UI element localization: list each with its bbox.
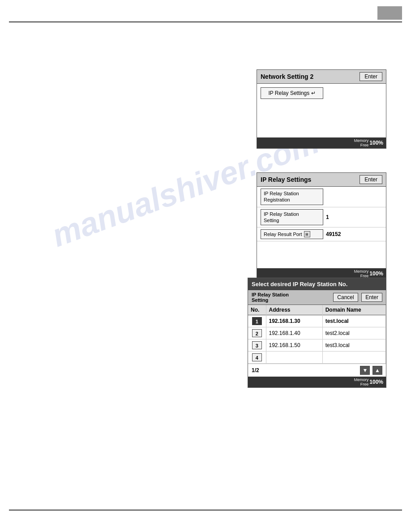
panel1-content: IP Relay Settings ↵ bbox=[257, 84, 386, 137]
panel3-enter-button[interactable]: Enter bbox=[361, 293, 382, 302]
relay-result-port-text: Relay Result Port bbox=[264, 231, 302, 237]
relay-result-port-label: Relay Result Port ⊞ bbox=[261, 229, 323, 239]
station-number: 4 bbox=[252, 353, 262, 361]
table-row[interactable]: 2192.168.1.40test2.local bbox=[248, 327, 386, 339]
panel2-title: IP Relay Settings bbox=[261, 176, 311, 183]
panel3-header: Select desired IP Relay Station No. bbox=[248, 278, 386, 290]
relay-station-registration-label: IP Relay StationRegistration bbox=[261, 189, 323, 205]
panel2-memory-label: MemoryFree bbox=[354, 269, 369, 278]
nav-down-button[interactable]: ▼ bbox=[360, 366, 370, 375]
panel3-subheader: IP Relay StationSetting Cancel Enter bbox=[248, 290, 386, 305]
relay-station-setting-value: 1 bbox=[326, 214, 329, 220]
table-row[interactable]: 4 bbox=[248, 352, 386, 364]
station-no-cell: 2 bbox=[248, 327, 266, 339]
page-indicator: 1/2 bbox=[252, 367, 259, 373]
bottom-rule bbox=[9, 510, 402, 511]
station-table: No. Address Domain Name 1192.168.1.30tes… bbox=[248, 305, 386, 364]
panel2-enter-button[interactable]: Enter bbox=[360, 175, 382, 184]
relay-station-setting-label: IP Relay StationSetting bbox=[261, 209, 323, 226]
panel1-enter-button[interactable]: Enter bbox=[360, 72, 382, 81]
panel2-header: IP Relay Settings Enter bbox=[257, 173, 386, 187]
station-domain: test2.local bbox=[322, 327, 385, 339]
panel1-title: Network Setting 2 bbox=[261, 73, 313, 80]
corner-box bbox=[377, 6, 402, 20]
relay-station-registration-row: IP Relay StationRegistration bbox=[257, 187, 386, 207]
panel3-memory-value: 100% bbox=[369, 379, 383, 385]
panel1-memory-label: MemoryFree bbox=[354, 138, 369, 147]
port-icon: ⊞ bbox=[304, 231, 310, 237]
top-rule bbox=[9, 21, 402, 22]
panel1-memory-value: 100% bbox=[369, 140, 383, 146]
panel2-content: IP Relay StationRegistration IP Relay St… bbox=[257, 187, 386, 268]
col-address: Address bbox=[266, 305, 322, 315]
station-domain: test.local bbox=[322, 315, 385, 327]
col-domain: Domain Name bbox=[322, 305, 385, 315]
panel2-spacer bbox=[257, 241, 386, 268]
panel2-memory-value: 100% bbox=[369, 270, 383, 277]
panel3-action-buttons: Cancel Enter bbox=[331, 293, 382, 302]
col-no: No. bbox=[248, 305, 266, 315]
panel3-memory-label: MemoryFree bbox=[354, 378, 369, 386]
relay-station-setting-row: IP Relay StationSetting 1 bbox=[257, 207, 386, 228]
relay-result-port-value: 49152 bbox=[326, 231, 341, 237]
table-row[interactable]: 3192.168.1.50test3.local bbox=[248, 339, 386, 352]
station-number: 2 bbox=[252, 329, 262, 337]
panel3-sub-label: IP Relay StationSetting bbox=[252, 292, 289, 303]
table-row[interactable]: 1192.168.1.30test.local bbox=[248, 315, 386, 327]
station-domain bbox=[322, 352, 385, 364]
panel1-header: Network Setting 2 Enter bbox=[257, 70, 386, 84]
select-station-panel: Select desired IP Relay Station No. IP R… bbox=[248, 278, 386, 388]
ip-relay-settings-panel: IP Relay Settings Enter IP Relay Station… bbox=[257, 172, 386, 279]
panel3-cancel-button[interactable]: Cancel bbox=[333, 293, 358, 302]
nav-up-button[interactable]: ▲ bbox=[372, 366, 382, 375]
panel1-footer: MemoryFree 100% bbox=[257, 137, 386, 148]
station-no-cell: 4 bbox=[248, 352, 266, 364]
station-address: 192.168.1.50 bbox=[266, 339, 322, 352]
station-no-cell: 3 bbox=[248, 339, 266, 352]
station-no-cell: 1 bbox=[248, 315, 266, 327]
nav-buttons: ▼ ▲ bbox=[359, 366, 382, 375]
panel3-footer: MemoryFree 100% bbox=[248, 377, 386, 387]
station-domain: test3.local bbox=[322, 339, 385, 352]
station-address: 192.168.1.40 bbox=[266, 327, 322, 339]
ip-relay-settings-menu-item[interactable]: IP Relay Settings ↵ bbox=[261, 87, 323, 99]
pagination-row: 1/2 ▼ ▲ bbox=[248, 364, 386, 377]
station-address: 192.168.1.30 bbox=[266, 315, 322, 327]
network-setting-panel: Network Setting 2 Enter IP Relay Setting… bbox=[257, 69, 386, 149]
station-number: 1 bbox=[252, 317, 262, 325]
relay-result-port-row: Relay Result Port ⊞ 49152 bbox=[257, 227, 386, 241]
station-number: 3 bbox=[252, 341, 262, 349]
panel3-title: Select desired IP Relay Station No. bbox=[252, 281, 347, 287]
station-address bbox=[266, 352, 322, 364]
